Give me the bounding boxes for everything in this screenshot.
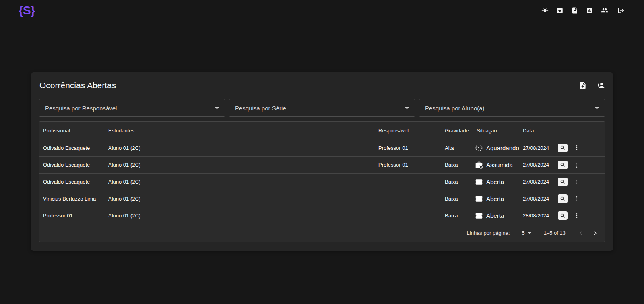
cell-estudantes: Aluno 01 (2C) xyxy=(104,162,374,168)
ticket-icon xyxy=(475,212,483,220)
table-row[interactable]: Vinicius Bertuzzo Lima Aluno 01 (2C) Bai… xyxy=(39,190,605,207)
occurrences-card: Ocorrências Abertas Pesquisa por Respons… xyxy=(31,72,613,251)
more-vertical-icon[interactable] xyxy=(574,179,580,185)
add-file-icon[interactable] xyxy=(579,81,587,89)
cell-data: 27/08/2024 xyxy=(519,196,556,202)
cell-profissional: Odivaldo Escaquete xyxy=(39,145,104,151)
cell-situacao: Aberta xyxy=(473,212,519,220)
cell-actions xyxy=(556,178,605,186)
col-estudantes: Estudantes xyxy=(104,128,374,134)
situacao-label: Aguardando xyxy=(486,145,519,151)
filter-aluno-placeholder: Pesquisa por Aluno(a) xyxy=(425,105,485,112)
previous-page-button[interactable] xyxy=(578,230,584,236)
preview-search-icon[interactable] xyxy=(558,144,568,152)
waiting-clock-icon xyxy=(475,144,483,152)
table-body: Odivaldo Escaquete Aluno 01 (2C) Profess… xyxy=(39,139,605,224)
cell-responsavel: Professor 01 xyxy=(374,145,441,151)
cell-actions xyxy=(556,194,605,203)
cell-responsavel: Professor 01 xyxy=(374,162,441,168)
preview-search-icon[interactable] xyxy=(558,194,568,203)
app-logo[interactable]: {S} xyxy=(19,4,35,17)
pagination-bar: Linhas por página: 5 1–5 of 13 xyxy=(39,224,605,242)
cell-situacao: Aberta xyxy=(473,195,519,203)
filters-row: Pesquisa por Responsável Pesquisa por Sé… xyxy=(39,99,605,117)
chart-icon[interactable] xyxy=(586,7,593,14)
cell-estudantes: Aluno 01 (2C) xyxy=(104,196,374,202)
filter-responsavel-placeholder: Pesquisa por Responsável xyxy=(45,105,117,112)
situacao-label: Assumida xyxy=(486,161,513,168)
cell-data: 27/08/2024 xyxy=(519,145,556,151)
cell-profissional: Vinicius Bertuzzo Lima xyxy=(39,196,104,202)
card-header: Ocorrências Abertas xyxy=(39,81,605,90)
rows-per-page-label: Linhas por página: xyxy=(467,230,510,236)
more-vertical-icon[interactable] xyxy=(574,145,580,151)
archive-download-icon[interactable] xyxy=(556,7,564,14)
cell-gravidade: Baixa xyxy=(441,213,473,219)
cell-estudantes: Aluno 01 (2C) xyxy=(104,179,374,185)
page-chevrons xyxy=(578,230,599,236)
cell-actions xyxy=(556,211,605,220)
cell-gravidade: Baixa xyxy=(441,196,473,202)
situacao-label: Aberta xyxy=(486,178,504,185)
col-situacao: Situação xyxy=(473,128,519,134)
chevron-down-icon xyxy=(405,107,409,109)
cell-gravidade: Baixa xyxy=(441,162,473,168)
situacao-label: Aberta xyxy=(486,195,504,202)
users-icon[interactable] xyxy=(601,7,608,14)
table-row[interactable]: Professor 01 Aluno 01 (2C) Baixa Aberta … xyxy=(39,207,605,224)
cell-situacao: Aguardando xyxy=(473,144,519,152)
navbar-icons xyxy=(541,7,625,14)
col-profissional: Profissional xyxy=(39,128,104,134)
cell-profissional: Professor 01 xyxy=(39,213,104,219)
preview-search-icon[interactable] xyxy=(558,161,568,169)
chevron-down-icon xyxy=(215,107,219,109)
cell-data: 27/08/2024 xyxy=(519,162,556,168)
rows-per-page-select[interactable]: 5 xyxy=(522,230,532,236)
filter-serie-placeholder: Pesquisa por Série xyxy=(235,105,286,112)
table-row[interactable]: Odivaldo Escaquete Aluno 01 (2C) Profess… xyxy=(39,156,605,173)
logout-icon[interactable] xyxy=(617,7,625,14)
rows-per-page-value: 5 xyxy=(522,230,525,236)
more-vertical-icon[interactable] xyxy=(574,196,580,202)
add-user-icon[interactable] xyxy=(597,81,605,89)
cell-data: 27/08/2024 xyxy=(519,179,556,185)
table-row[interactable]: Odivaldo Escaquete Aluno 01 (2C) Profess… xyxy=(39,139,605,156)
preview-search-icon[interactable] xyxy=(558,178,568,186)
work-history-icon xyxy=(475,161,483,169)
col-responsavel: Responsável xyxy=(374,128,441,134)
cell-gravidade: Baixa xyxy=(441,179,473,185)
more-vertical-icon[interactable] xyxy=(574,213,580,219)
chevron-down-icon xyxy=(595,107,599,109)
ticket-icon xyxy=(475,195,483,203)
next-page-button[interactable] xyxy=(592,230,599,236)
occurrences-table: Profissional Estudantes Responsável Grav… xyxy=(39,121,605,242)
chevron-down-icon xyxy=(528,232,532,234)
filter-serie-select[interactable]: Pesquisa por Série xyxy=(229,99,415,117)
top-navbar: {S} xyxy=(0,0,644,21)
cell-estudantes: Aluno 01 (2C) xyxy=(104,145,374,151)
theme-sun-icon[interactable] xyxy=(541,7,549,14)
cell-estudantes: Aluno 01 (2C) xyxy=(104,213,374,219)
cell-situacao: Aberta xyxy=(473,178,519,186)
cell-actions xyxy=(556,161,605,169)
table-row[interactable]: Odivaldo Escaquete Aluno 01 (2C) Baixa A… xyxy=(39,173,605,190)
cell-profissional: Odivaldo Escaquete xyxy=(39,162,104,168)
cell-data: 28/08/2024 xyxy=(519,213,556,219)
cell-profissional: Odivaldo Escaquete xyxy=(39,179,104,185)
page-title: Ocorrências Abertas xyxy=(39,81,116,90)
document-icon[interactable] xyxy=(571,7,578,14)
more-vertical-icon[interactable] xyxy=(574,162,580,168)
col-gravidade: Gravidade xyxy=(441,128,473,134)
table-header-row: Profissional Estudantes Responsável Grav… xyxy=(39,122,605,139)
page-range-label: 1–5 of 13 xyxy=(544,230,566,236)
ticket-icon xyxy=(475,178,483,186)
filter-responsavel-select[interactable]: Pesquisa por Responsável xyxy=(39,99,225,117)
filter-aluno-select[interactable]: Pesquisa por Aluno(a) xyxy=(419,99,605,117)
col-data: Data xyxy=(519,128,556,134)
cell-gravidade: Alta xyxy=(441,145,473,151)
cell-actions xyxy=(556,144,605,152)
card-actions xyxy=(579,81,605,89)
situacao-label: Aberta xyxy=(486,212,504,219)
cell-situacao: Assumida xyxy=(473,161,519,169)
preview-search-icon[interactable] xyxy=(558,211,568,220)
